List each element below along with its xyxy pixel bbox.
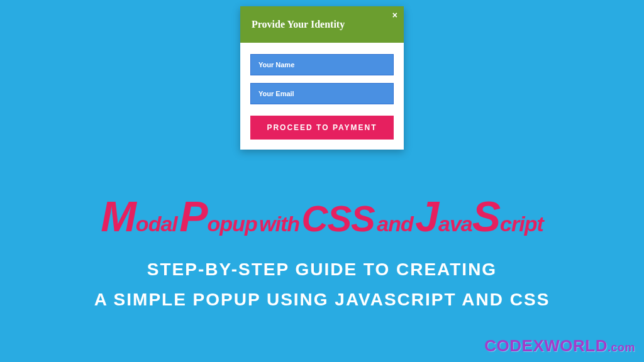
email-input[interactable] bbox=[250, 83, 394, 104]
logo-brand: CODEXWORLD bbox=[484, 336, 608, 355]
modal-header: × Provide Your Identity bbox=[240, 6, 404, 43]
modal-title: Provide Your Identity bbox=[252, 19, 345, 30]
modal-body: PROCEED TO PAYMENT bbox=[240, 43, 404, 150]
logo: CODEXWORLD.com bbox=[484, 336, 635, 356]
subheadline: STEP-BY-STEP GUIDE TO CREATING A SIMPLE … bbox=[0, 255, 644, 314]
proceed-button[interactable]: PROCEED TO PAYMENT bbox=[250, 116, 394, 140]
logo-suffix: .com bbox=[608, 341, 635, 354]
subheadline-line-2: A SIMPLE POPUP USING JAVASCRIPT AND CSS bbox=[0, 285, 644, 315]
headline: Modal Popup with CSS and JavaScript bbox=[0, 192, 644, 241]
close-icon[interactable]: × bbox=[392, 10, 397, 20]
name-input[interactable] bbox=[250, 54, 394, 75]
subheadline-line-1: STEP-BY-STEP GUIDE TO CREATING bbox=[0, 255, 644, 285]
modal-popup: × Provide Your Identity PROCEED TO PAYME… bbox=[240, 6, 404, 150]
